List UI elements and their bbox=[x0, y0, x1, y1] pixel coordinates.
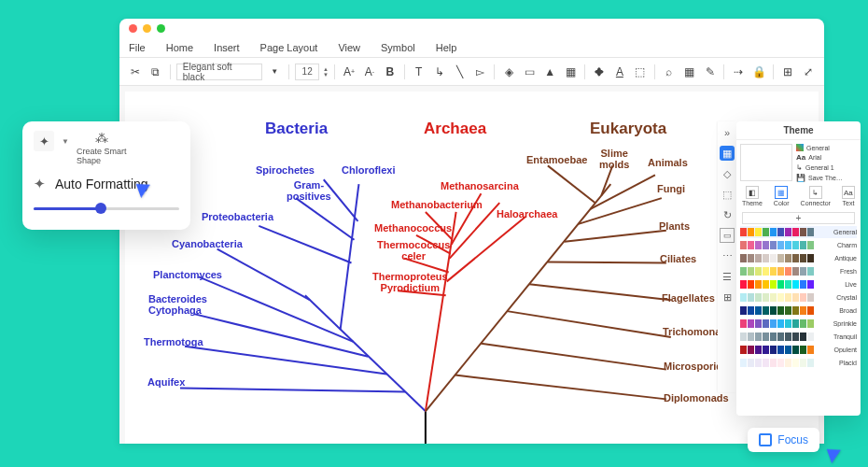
theme-preview[interactable] bbox=[740, 144, 792, 181]
copy-icon[interactable]: ⧉ bbox=[147, 64, 164, 80]
font-increase-icon[interactable]: A+ bbox=[341, 64, 357, 80]
focus-button[interactable]: Focus bbox=[748, 428, 819, 452]
grid-view-icon[interactable]: ▦ bbox=[720, 146, 735, 161]
swatch bbox=[763, 228, 769, 236]
menu-help[interactable]: Help bbox=[436, 42, 457, 53]
shape-icon[interactable]: ▭ bbox=[521, 64, 538, 80]
maximize-icon[interactable] bbox=[157, 24, 165, 33]
theme-cat-theme[interactable]: ◧Theme bbox=[742, 186, 763, 206]
canvas[interactable]: Bacteria Archaea Eukaryota Spirochetes C… bbox=[125, 92, 819, 444]
menu-view[interactable]: View bbox=[338, 42, 360, 53]
svg-line-9 bbox=[185, 347, 386, 375]
palette-row[interactable]: Antique bbox=[740, 252, 857, 264]
clipboard-icon[interactable]: ☰ bbox=[720, 269, 735, 284]
sparkle-icon[interactable]: ✦ bbox=[34, 131, 54, 151]
swatch bbox=[755, 228, 762, 236]
add-palette-button[interactable]: + bbox=[742, 212, 855, 224]
swatch bbox=[792, 306, 799, 315]
color-icon: ▦ bbox=[775, 186, 788, 199]
line-tool-icon[interactable]: ╲ bbox=[452, 64, 469, 80]
swatch bbox=[740, 333, 747, 341]
crop-icon[interactable]: ⬚ bbox=[632, 64, 649, 80]
palette-row[interactable]: Broad bbox=[740, 304, 857, 317]
chevron-down-icon[interactable]: ▼ bbox=[266, 64, 283, 80]
link-icon[interactable]: ⇢ bbox=[730, 64, 747, 80]
layers-panel-icon[interactable]: ⬚ bbox=[720, 187, 735, 202]
pen-icon[interactable]: ✎ bbox=[702, 64, 719, 80]
swatch bbox=[777, 254, 784, 262]
svg-line-4 bbox=[296, 198, 355, 240]
table-icon[interactable]: ▦ bbox=[562, 64, 579, 80]
position-icon[interactable]: ⊞ bbox=[779, 64, 796, 80]
swatch bbox=[740, 359, 747, 367]
cat-label: Connector bbox=[801, 200, 831, 206]
label-animals: Animals bbox=[648, 157, 688, 168]
swatch bbox=[770, 306, 777, 315]
create-smart-shape-button[interactable]: ⁂ Create Smart Shape bbox=[77, 131, 127, 166]
swatch bbox=[792, 346, 799, 354]
connector-icon[interactable]: ↳ bbox=[431, 64, 448, 80]
palette-row[interactable]: Tranquil bbox=[740, 331, 857, 343]
pointer-icon[interactable]: ▻ bbox=[472, 64, 489, 80]
cut-icon[interactable]: ✂ bbox=[127, 64, 144, 80]
theme-opt-general[interactable]: General bbox=[796, 144, 857, 151]
history-icon[interactable]: ↻ bbox=[720, 207, 735, 222]
menu-symbol[interactable]: Symbol bbox=[381, 42, 415, 53]
menu-insert[interactable]: Insert bbox=[214, 42, 240, 53]
font-size-select[interactable]: 12 bbox=[295, 64, 319, 80]
font-select[interactable]: Elegant soft black bbox=[176, 64, 263, 80]
auto-formatting-button[interactable]: ✦ Auto Formatting bbox=[34, 176, 179, 192]
theme-opt-connector[interactable]: ↳General 1 bbox=[796, 163, 857, 172]
theme-cat-color[interactable]: ▦Color bbox=[774, 186, 790, 206]
palette-row[interactable]: Crystal bbox=[740, 291, 857, 304]
palette-row[interactable]: Opulent bbox=[740, 344, 857, 356]
palette-name: Opulent bbox=[815, 347, 857, 353]
font-decrease-icon[interactable]: A- bbox=[361, 64, 378, 80]
palette-row[interactable]: Fresh bbox=[740, 265, 857, 277]
connector-cat-icon: ↳ bbox=[809, 186, 822, 199]
bold-icon[interactable]: B bbox=[382, 64, 399, 80]
svg-line-7 bbox=[199, 276, 354, 341]
menu-page-layout[interactable]: Page Layout bbox=[260, 42, 318, 53]
minimize-icon[interactable] bbox=[143, 24, 151, 33]
more-icon[interactable]: ⋯ bbox=[720, 248, 735, 263]
expand-icon[interactable]: ⤢ bbox=[800, 64, 817, 80]
swatch bbox=[748, 359, 754, 367]
menu-home[interactable]: Home bbox=[166, 42, 193, 53]
swatch bbox=[785, 359, 791, 367]
fill-icon[interactable]: 🟆 bbox=[591, 64, 608, 80]
size-stepper[interactable]: ▲▼ bbox=[323, 66, 329, 78]
swatch bbox=[740, 346, 747, 354]
palette-row[interactable]: Charm bbox=[740, 239, 857, 251]
swatch bbox=[785, 346, 791, 354]
swatch bbox=[792, 293, 799, 302]
palette-row[interactable]: Live bbox=[740, 278, 857, 290]
close-icon[interactable] bbox=[129, 24, 137, 33]
palette-row[interactable]: Placid bbox=[740, 357, 857, 369]
palette-row[interactable]: General bbox=[740, 226, 857, 238]
shapes-panel-icon[interactable]: ◇ bbox=[720, 166, 735, 181]
layers-icon[interactable]: ◈ bbox=[500, 64, 517, 80]
theme-opt-font[interactable]: AaArial bbox=[796, 153, 857, 162]
theme-cat-connector[interactable]: ↳Connector bbox=[801, 186, 831, 206]
text-tool-icon[interactable]: T bbox=[411, 64, 427, 80]
lock-icon[interactable]: 🔒 bbox=[750, 64, 767, 80]
formatting-slider[interactable] bbox=[34, 202, 179, 215]
collapse-icon[interactable]: » bbox=[720, 125, 735, 140]
theme-opt-save[interactable]: 💾Save The… bbox=[796, 174, 857, 182]
theme-cat-text[interactable]: AaText bbox=[842, 186, 855, 206]
search-icon[interactable]: ⌕ bbox=[661, 64, 678, 80]
font-color-icon[interactable]: A bbox=[611, 64, 628, 80]
chevron-down-icon[interactable]: ▼ bbox=[60, 131, 71, 151]
resources-icon[interactable]: ⊞ bbox=[720, 290, 735, 304]
smart-shape-icon: ⁂ bbox=[88, 131, 116, 148]
image-icon[interactable]: ▲ bbox=[541, 64, 558, 80]
swatch bbox=[748, 228, 754, 236]
menu-file[interactable]: File bbox=[129, 42, 146, 53]
palette-row[interactable]: Sprinkle bbox=[740, 318, 857, 330]
swatch bbox=[755, 333, 762, 341]
settings-panel-icon[interactable]: ▭ bbox=[720, 228, 735, 243]
grid-icon[interactable]: ▦ bbox=[681, 64, 698, 80]
font-size: 12 bbox=[302, 66, 313, 77]
swatch bbox=[770, 267, 777, 276]
